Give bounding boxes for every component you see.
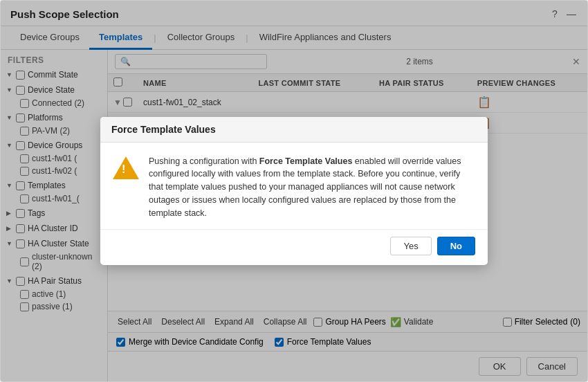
yes-button[interactable]: Yes	[390, 237, 431, 255]
modal-bold-text: Force Template Values	[259, 156, 353, 166]
modal-overlay: Force Template Values Pushing a configur…	[1, 1, 587, 381]
main-window: Push Scope Selection ? — Device Groups T…	[0, 0, 588, 382]
modal-footer: Yes No	[100, 229, 488, 265]
modal-text: Pushing a configuration with Force Templ…	[149, 155, 475, 220]
warning-icon-wrap	[113, 155, 139, 181]
warning-triangle-icon	[113, 156, 139, 179]
modal: Force Template Values Pushing a configur…	[100, 117, 488, 266]
no-button[interactable]: No	[437, 237, 475, 255]
modal-text-1: Pushing a configuration with	[149, 156, 259, 166]
modal-title: Force Template Values	[100, 117, 488, 143]
modal-body: Pushing a configuration with Force Templ…	[100, 143, 488, 230]
